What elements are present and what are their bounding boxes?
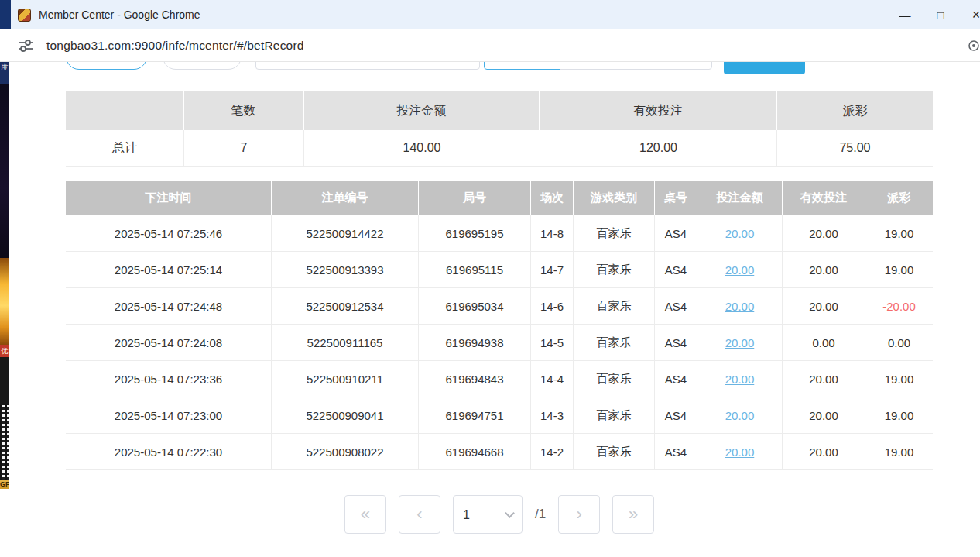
cell-time: 2025-05-14 07:23:36 [66,361,272,397]
bet-amount-link[interactable]: 20.00 [725,227,755,240]
filter-button-2[interactable] [163,62,242,70]
bet-amount-link[interactable]: 20.00 [725,373,755,386]
strip-text-mid: 优 [0,345,9,357]
header-amount: 投注金额 [697,181,783,215]
cell-round: 619695115 [419,252,531,288]
segment-option-2[interactable] [560,62,636,70]
cell-time: 2025-05-14 07:22:30 [66,434,272,470]
bet-amount-link[interactable]: 20.00 [725,336,755,349]
cell-valid: 20.00 [783,215,865,252]
cell-game: 百家乐 [574,215,655,252]
bet-amount-link[interactable]: 20.00 [725,300,755,313]
maximize-button[interactable]: □ [923,0,958,29]
url-text[interactable]: tongbao31.com:9900/infe/mcenter/#/betRec… [46,39,304,53]
header-session: 场次 [531,181,574,215]
first-page-button[interactable]: « [344,495,386,534]
cell-bet-id: 522500909041 [272,397,419,434]
minimize-button[interactable]: — [887,0,923,29]
header-bet-id: 注单编号 [272,181,419,215]
segment-option-3[interactable] [636,62,712,70]
table-row: 2025-05-14 07:23:36 522500910211 6196948… [66,361,933,397]
prev-page-button[interactable]: ‹ [399,495,440,534]
cell-round: 619694751 [419,397,531,434]
filter-input[interactable] [255,62,480,70]
page-action-icon[interactable] [968,40,980,52]
cell-game: 百家乐 [574,288,655,325]
bet-amount-link[interactable]: 20.00 [725,263,755,277]
table-row: 2025-05-14 07:22:30 522500908022 6196946… [66,434,933,470]
content-area: 度 优 GF 笔数 投注金额 有效投注 派彩 [0,62,980,557]
cell-round: 619695034 [419,288,531,325]
cell-time: 2025-05-14 07:25:14 [66,252,272,288]
bet-amount-link[interactable]: 20.00 [725,445,755,459]
cell-time: 2025-05-14 07:23:00 [66,397,272,434]
cell-table: AS4 [655,252,697,288]
payout-cell: 19.00 [865,252,933,288]
header-round: 局号 [419,181,531,215]
cell-session: 14-3 [531,397,574,434]
cell-round: 619694938 [419,325,531,361]
summary-header-empty [66,91,184,130]
last-page-button[interactable]: » [612,495,654,534]
cell-bet-id: 522500913393 [272,252,419,288]
strip-text-top: 度 [0,62,9,84]
cell-round: 619695195 [419,215,531,252]
filter-button-1[interactable] [66,62,147,70]
cell-amount: 20.00 [697,325,783,361]
cell-time: 2025-05-14 07:24:48 [66,288,272,325]
payout-cell: 19.00 [865,397,933,434]
summary-total-row: 总计 7 140.00 120.00 75.00 [66,130,933,167]
summary-total-payout: 75.00 [777,130,933,167]
cell-session: 14-2 [531,434,574,470]
cell-amount: 20.00 [697,397,783,434]
bet-record-page: 笔数 投注金额 有效投注 派彩 总计 7 140.00 120.00 75.00… [9,62,980,557]
cell-table: AS4 [655,325,697,361]
payout-cell: 19.00 [865,361,933,397]
search-button[interactable] [724,62,805,74]
cell-table: AS4 [655,361,697,397]
cell-session: 14-5 [531,325,574,361]
filter-segmented-control [484,62,714,70]
payout-cell: 19.00 [865,215,933,252]
summary-header-valid-bet: 有效投注 [540,91,777,130]
tune-icon[interactable] [17,37,34,54]
cell-game: 百家乐 [574,397,655,434]
cell-session: 14-6 [531,288,574,325]
window-controls: — □ × [887,0,980,29]
cell-bet-id: 522500911165 [272,325,419,361]
cell-amount: 20.00 [697,288,783,325]
cell-game: 百家乐 [574,325,655,361]
strip-gold-banner [0,258,9,345]
bet-amount-link[interactable]: 20.00 [725,409,755,422]
summary-header-count: 笔数 [184,91,304,130]
header-table: 桌号 [655,181,697,215]
page-select[interactable]: 1 [453,495,523,534]
header-valid: 有效投注 [783,181,865,215]
summary-header-payout: 派彩 [777,91,933,130]
cell-bet-id: 522500908022 [272,434,419,470]
strip-text-bottom: GF [0,480,9,489]
summary-total-bet-amount: 140.00 [304,130,540,167]
summary-header-row: 笔数 投注金额 有效投注 派彩 [66,91,933,130]
cell-game: 百家乐 [574,361,655,397]
table-row: 2025-05-14 07:25:14 522500913393 6196951… [66,252,933,288]
header-time: 下注时间 [66,181,272,215]
cell-session: 14-8 [531,215,574,252]
cell-session: 14-7 [531,252,574,288]
table-row: 2025-05-14 07:25:46 522500914422 6196951… [66,215,933,252]
summary-table: 笔数 投注金额 有效投注 派彩 总计 7 140.00 120.00 75.00 [66,91,933,167]
table-row: 2025-05-14 07:24:08 522500911165 6196949… [66,325,933,361]
payout-cell: -20.00 [865,288,933,325]
close-button[interactable]: × [958,0,980,29]
next-page-button[interactable]: › [558,495,600,534]
cell-valid: 0.00 [783,325,865,361]
table-row: 2025-05-14 07:24:48 522500912534 6196950… [66,288,933,325]
title-bar: Member Center - Google Chrome — □ × [0,0,980,29]
total-pages-label: /1 [535,507,546,522]
table-row: 2025-05-14 07:23:00 522500909041 6196947… [66,397,933,434]
strip-dark-block-2 [0,357,9,405]
cell-bet-id: 522500912534 [272,288,419,325]
summary-total-count: 7 [184,130,304,167]
segment-option-1[interactable] [484,62,560,70]
records-table: 下注时间 注单编号 局号 场次 游戏类别 桌号 投注金额 有效投注 派彩 202… [66,181,933,470]
